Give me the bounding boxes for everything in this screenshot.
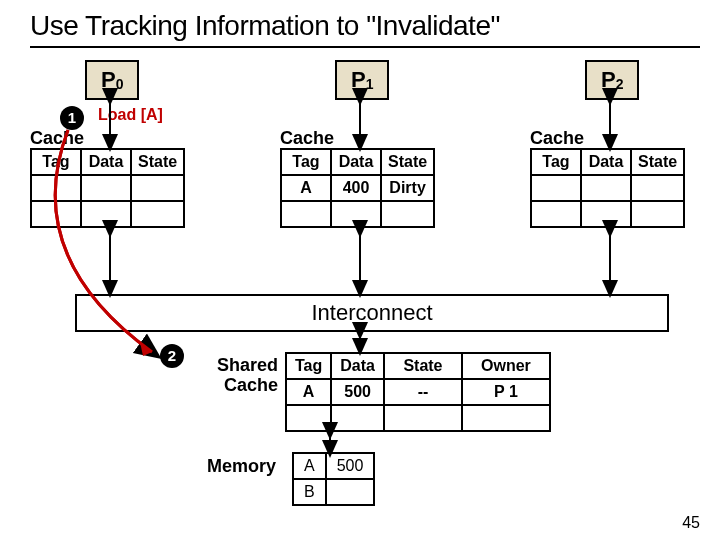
interconnect-box: Interconnect [75,294,669,332]
diagram-stage: P0 P1 P2 1 Load [A] Cache Cache Cache Ta… [30,56,700,516]
shared-cache-label: Shared Cache [198,356,278,396]
cache0-label: Cache [30,128,84,149]
memory-table: A500 B [292,452,375,506]
cache2-table: TagDataState [530,148,685,228]
load-a-label: Load [A] [98,106,163,124]
cache0-table: TagDataState [30,148,185,228]
processor-p0: P0 [85,60,139,100]
cache2-label: Cache [530,128,584,149]
slide-title: Use Tracking Information to "Invalidate" [30,10,700,48]
step-1-badge: 1 [60,106,84,130]
svg-marker-8 [140,342,152,356]
step-2-badge: 2 [160,344,184,368]
processor-p1: P1 [335,60,389,100]
shared-cache-table: Tag Data State Owner A 500 -- P 1 [285,352,551,432]
cache1-label: Cache [280,128,334,149]
processor-p2: P2 [585,60,639,100]
cache1-table: TagDataState A400Dirty [280,148,435,228]
slide-number: 45 [682,514,700,532]
memory-label: Memory [196,456,276,477]
arrows-overlay [30,56,700,516]
